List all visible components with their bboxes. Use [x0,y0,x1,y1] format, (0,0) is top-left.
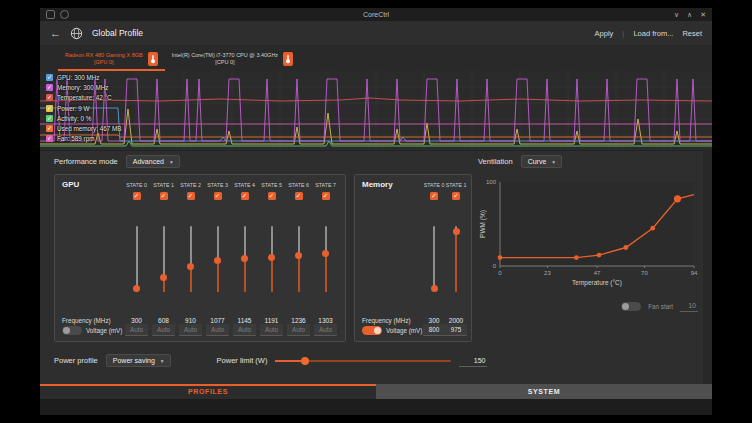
gpu-state-4-voltage-value[interactable]: Auto [233,324,256,336]
gpu-state-1-voltage-value[interactable]: Auto [152,324,175,336]
power-limit-slider[interactable] [275,357,451,365]
slider-handle[interactable] [295,252,302,259]
thermometer-icon [283,52,293,66]
gpu-state-3-frequency-slider[interactable] [217,226,219,292]
gpu-state-1-frequency-value[interactable]: 608 [158,317,169,324]
scrollbar-track[interactable] [703,150,712,384]
gpu-state-label: STATE 7 [312,182,339,188]
gpu-state-label: STATE 2 [177,182,204,188]
close-button[interactable]: ✕ [700,11,706,19]
fan-curve-point[interactable] [650,226,655,231]
memory-state-1-frequency-slider[interactable] [455,226,457,292]
gpu-state-6-voltage-value[interactable]: Auto [287,324,310,336]
gpu-freq-cell: 1303 [312,317,339,324]
gpu-state-6-frequency-value[interactable]: 1236 [291,317,305,324]
gpu-state-2-slider-cell [177,224,204,294]
slider-handle[interactable] [453,228,460,235]
slider-handle[interactable] [160,274,167,281]
gpu-state-5-voltage-value[interactable]: Auto [260,324,283,336]
gpu-state-7-frequency-value[interactable]: 1303 [318,317,332,324]
memory-voltage-toggle[interactable] [362,326,382,335]
gpu-state-2-checkbox[interactable]: ✓ [187,192,195,200]
gpu-state-0-checkbox[interactable]: ✓ [133,192,141,200]
fan-curve-point[interactable] [574,255,579,260]
memory-state-1-voltage-value[interactable]: 975 [445,324,467,336]
gpu-volt-cell: Auto [258,324,285,336]
slider-handle[interactable] [241,255,248,262]
gpu-state-7-frequency-slider[interactable] [325,226,327,292]
memory-state-0-checkbox[interactable]: ✓ [430,192,438,200]
gpu-state-2-frequency-value[interactable]: 910 [185,317,196,324]
gpu-state-2-voltage-value[interactable]: Auto [179,324,202,336]
memory-state-1-checkbox[interactable]: ✓ [452,192,460,200]
legend-checkbox[interactable]: ✓ [46,84,53,91]
back-button[interactable]: ← [50,28,61,39]
fan-curve-point[interactable] [674,195,681,202]
gpu-state-5-frequency-slider[interactable] [271,226,273,292]
gpu-state-3-checkbox[interactable]: ✓ [214,192,222,200]
gpu-state-4-frequency-value[interactable]: 1145 [238,317,252,324]
load-from-button[interactable]: Load from... [633,29,673,38]
power-limit-label: Power limit (W) [217,356,268,365]
fan-curve-point[interactable] [623,245,628,250]
gpu-state-4-checkbox[interactable]: ✓ [241,192,249,200]
legend-checkbox[interactable]: ✓ [46,105,53,112]
fan-start-value[interactable]: 10 [680,300,698,312]
slider-handle[interactable] [268,254,275,261]
fan-curve-point[interactable] [597,253,602,258]
legend-checkbox[interactable]: ✓ [46,94,53,101]
gpu-freq-cell: 1236 [285,317,312,324]
gpu-state-2-frequency-slider[interactable] [190,226,192,292]
gpu-state-7-checkbox[interactable]: ✓ [322,192,330,200]
gpu-state-5-checkbox[interactable]: ✓ [268,192,276,200]
gpu-state-3-frequency-value[interactable]: 1077 [210,317,224,324]
fan-start-toggle[interactable] [621,302,641,311]
legend-checkbox[interactable]: ✓ [46,74,53,81]
memory-state-1-cell: ✓ [445,192,467,200]
gpu-state-6-checkbox[interactable]: ✓ [295,192,303,200]
reset-button[interactable]: Reset [682,29,702,38]
memory-state-0-frequency-slider[interactable] [433,226,435,292]
gpu-state-7-voltage-value[interactable]: Auto [314,324,337,336]
sensor-graph: ✓GPU: 300 MHz✓Memory: 300 MHz✓Temperatur… [40,71,712,151]
slider-handle[interactable] [214,257,221,264]
legend-checkbox[interactable]: ✓ [46,135,53,142]
legend-checkbox[interactable]: ✓ [46,115,53,122]
gpu-voltage-toggle[interactable] [62,326,82,335]
power-profile-select[interactable]: Power saving ▾ [106,354,171,367]
gpu-state-0-frequency-value[interactable]: 300 [131,317,142,324]
slider-handle[interactable] [322,250,329,257]
memory-state-1-frequency-value[interactable]: 2000 [449,317,463,324]
gpu-state-0-frequency-slider[interactable] [136,226,138,292]
slider-handle[interactable] [301,357,309,365]
gpu-state-1-frequency-slider[interactable] [163,226,165,292]
window-menu-icon[interactable] [60,10,69,19]
maximize-button[interactable]: ∧ [687,11,692,19]
ventilation-mode-select[interactable]: Curve ▾ [521,155,562,168]
tab-gpu[interactable]: Radeon RX 480 Gaming X 8GB [GPU 0] [58,46,165,71]
fan-curve-point[interactable] [498,255,503,260]
fan-curve-chart[interactable]: 0234770940100PWM (%)Temperature (°C) [478,174,702,292]
slider-handle[interactable] [133,285,140,292]
gpu-state-4-frequency-slider[interactable] [244,226,246,292]
memory-volt-cell: 975 [445,324,467,336]
tab-system[interactable]: SYSTEM [376,384,712,399]
memory-state-0-voltage-value[interactable]: 800 [423,324,445,336]
gpu-state-0-voltage-value[interactable]: Auto [125,324,148,336]
gpu-state-6-frequency-slider[interactable] [298,226,300,292]
legend-label: Temperature: 42 °C [57,94,112,101]
memory-state-0-frequency-value[interactable]: 300 [429,317,440,324]
power-limit-value[interactable]: 150 [459,355,487,367]
gpu-state-5-frequency-value[interactable]: 1191 [265,317,279,324]
window-title: CoreCtrl [136,11,616,18]
legend-checkbox[interactable]: ✓ [46,125,53,132]
slider-handle[interactable] [187,263,194,270]
tab-cpu[interactable]: Intel(R) Core(TM) i7-3770 CPU @ 3.40GHz … [165,46,300,71]
gpu-state-3-voltage-value[interactable]: Auto [206,324,229,336]
slider-handle[interactable] [431,285,438,292]
apply-button[interactable]: Apply [595,29,614,38]
performance-mode-select[interactable]: Advanced ▾ [126,155,180,168]
gpu-state-1-checkbox[interactable]: ✓ [160,192,168,200]
minimize-button[interactable]: ∨ [674,11,679,19]
tab-profiles[interactable]: PROFILES [40,384,376,399]
